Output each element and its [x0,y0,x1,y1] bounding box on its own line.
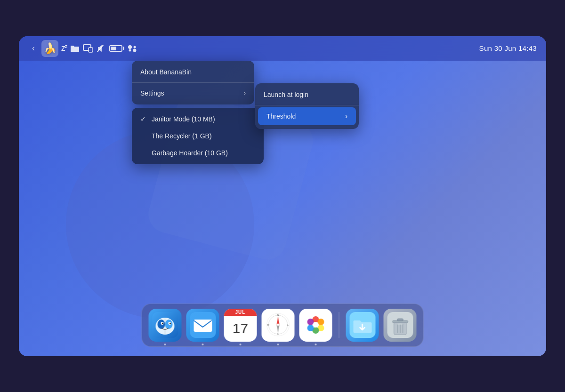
about-menu-item[interactable]: About BananaBin [132,64,254,80]
svg-point-44 [397,323,403,325]
launch-at-login-label: Launch at login [264,91,308,98]
cast-svg [83,44,93,53]
trash-icon[interactable] [384,309,417,342]
banana-emoji-icon: 🍌 [44,42,56,55]
threshold-menu-item[interactable]: Threshold › [258,107,356,125]
zz-icon: ZZ [61,44,67,52]
mail-svg [190,312,216,338]
recycler-label: The Recycler (1 GB) [152,132,212,140]
mute-icon[interactable] [96,44,106,53]
hoarder-mode-item[interactable]: ✓ Garbage Hoarder (10 GB) [132,144,264,161]
datetime-display: Sun 30 Jun 14:43 [479,44,537,52]
dock-dot-photos [315,344,317,345]
svg-point-34 [307,319,314,325]
battery-fill [111,47,116,50]
sleep-icon[interactable]: ZZ [61,44,67,52]
control-center-icon[interactable] [127,44,137,53]
calendar-day: 17 [224,316,257,342]
downloads-icon[interactable] [346,309,379,342]
svg-point-30 [317,319,324,325]
svg-point-33 [307,325,314,331]
hoarder-label: Garbage Hoarder (10 GB) [152,149,228,157]
threshold-chevron-icon: › [345,112,347,120]
svg-point-3 [128,45,132,49]
janitor-checkmark-icon: ✓ [140,115,148,123]
battery-tip [123,47,124,50]
about-label: About BananaBin [140,68,192,76]
svg-point-14 [170,323,171,324]
primary-menu: About BananaBin Settings › [132,61,254,104]
menubar-left: ‹ 🍌 ZZ [28,40,137,57]
finder-svg [152,312,178,338]
dock-dot-calendar [240,344,242,345]
photos-icon[interactable] [299,309,332,342]
svg-rect-1 [89,48,93,52]
modes-submenu: ✓ Janitor Mode (10 MB) ✓ The Recycler (1… [132,108,264,164]
control-center-svg [127,44,137,53]
settings-menu-item[interactable]: Settings › [132,85,254,102]
svg-rect-40 [397,319,403,321]
folder-svg [70,44,80,53]
dock-item-downloads [346,309,379,342]
recycler-mode-item[interactable]: ✓ The Recycler (1 GB) [132,128,264,144]
dock-dot-mail [202,344,204,345]
settings-separator [255,105,359,105]
safari-svg: N S E W [265,312,291,338]
dock-separator [339,312,339,338]
battery-icon[interactable] [109,45,124,52]
svg-rect-17 [194,320,212,332]
threshold-label: Threshold [266,112,296,120]
finder-icon[interactable] [149,309,182,342]
safari-icon[interactable]: N S E W [262,309,295,342]
back-chevron-icon[interactable]: ‹ [28,41,39,55]
calendar-icon[interactable]: JUL 17 [224,309,257,342]
janitor-mode-label: Janitor Mode (10 MB) [152,115,215,123]
svg-point-35 [313,322,318,328]
battery-body [109,45,122,52]
svg-text:W: W [267,323,269,326]
desktop-screen: ‹ 🍌 ZZ [19,36,546,356]
dock-item-mail [186,309,219,342]
svg-point-5 [129,49,131,51]
dock-dot-safari [277,344,279,345]
banana-bin-icon[interactable]: 🍌 [41,40,58,57]
folder-icon[interactable] [70,44,80,53]
svg-text:N: N [277,314,279,317]
dock-item-calendar: JUL 17 [224,309,257,342]
calendar-month: JUL [224,309,257,316]
cast-icon[interactable] [83,44,93,53]
mute-svg [96,44,106,53]
menus-area: About BananaBin Settings › Launch at log… [132,61,254,104]
mail-icon[interactable] [186,309,219,342]
menubar-right: Sun 30 Jun 14:43 [479,44,537,52]
settings-label: Settings [140,89,164,97]
svg-point-13 [162,323,163,324]
settings-chevron-icon: › [244,89,246,96]
dock-dot-finder [164,344,166,345]
dock: JUL 17 N S E [142,304,424,347]
launch-at-login-item[interactable]: Launch at login [255,86,359,103]
downloads-svg [349,312,375,338]
photos-svg [303,312,329,338]
svg-point-6 [133,48,137,52]
dock-item-finder [149,309,182,342]
settings-submenu: Launch at login Threshold › [255,83,359,129]
dock-item-trash [384,309,417,342]
dock-item-safari: N S E W [262,309,295,342]
dock-item-photos [299,309,332,342]
trash-svg [387,312,413,338]
svg-point-4 [134,46,136,48]
janitor-mode-item[interactable]: ✓ Janitor Mode (10 MB) [132,111,264,128]
menubar: ‹ 🍌 ZZ [19,36,546,61]
menu-separator [132,82,254,83]
